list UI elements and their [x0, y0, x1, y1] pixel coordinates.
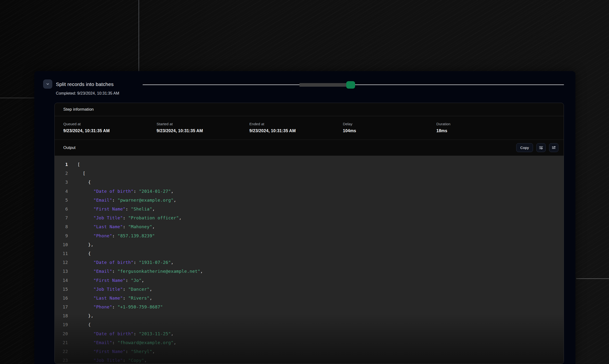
code-line: 12 "Date of birth": "1931-07-26",	[55, 258, 564, 267]
code-line: 3 {	[55, 178, 564, 187]
line-number: 1	[55, 162, 68, 167]
code-line: 17 "Phone": "+1-950-759-8687"	[55, 302, 564, 311]
line-number: 18	[55, 313, 68, 318]
code-line: 23 "Job Title": "Copy",	[55, 356, 564, 364]
line-number: 5	[55, 197, 68, 203]
code-line: 1[	[55, 160, 564, 169]
line-number: 10	[55, 242, 68, 247]
code-line-text: "First Name": "Jo",	[77, 278, 144, 283]
code-line: 10 },	[55, 240, 564, 249]
output-actions: Copy	[516, 143, 558, 152]
code-line: 4 "Date of birth": "2014-01-27",	[55, 187, 564, 196]
code-line: 20 "Date of birth": "2013-11-25",	[55, 329, 564, 338]
code-lines: 1[2 [3 {4 "Date of birth": "2014-01-27",…	[55, 160, 564, 364]
step-meta-field: Delay104ms	[343, 122, 436, 140]
line-number: 9	[55, 233, 68, 238]
line-number: 3	[55, 180, 68, 185]
line-number: 8	[55, 224, 68, 229]
output-title: Output	[63, 145, 76, 150]
code-line-text: "Last Name": "Rivers",	[77, 296, 152, 300]
code-line-text: "Job Title": "Probation officer",	[77, 215, 181, 220]
run-timeline-scrubber[interactable]	[143, 81, 564, 89]
code-line-text: },	[77, 313, 94, 318]
chevron-down-icon	[46, 82, 50, 86]
meta-label: Duration	[436, 122, 564, 126]
scrubber-handle[interactable]	[346, 81, 355, 89]
meta-label: Ended at	[249, 122, 343, 126]
line-number: 22	[55, 349, 68, 354]
background-horizontal-line-right	[576, 278, 609, 279]
code-line: 5 "Email": "pwarner@example.org",	[55, 196, 564, 205]
output-code-viewer[interactable]: 1[2 [3 {4 "Date of birth": "2014-01-27",…	[55, 156, 564, 364]
line-number: 21	[55, 340, 68, 345]
meta-value: 9/23/2024, 10:31:35 AM	[63, 128, 157, 133]
meta-label: Delay	[343, 122, 436, 126]
wrap-text-icon	[539, 145, 543, 150]
background-vertical-line	[138, 0, 139, 71]
meta-label: Queued at	[63, 122, 157, 126]
code-line-text: "Email": "fhoward@example.org",	[77, 340, 176, 345]
step-information-title: Step information	[63, 107, 94, 112]
meta-value: 104ms	[343, 128, 436, 133]
code-line: 15 "Job Title": "Dancer",	[55, 285, 564, 294]
meta-label: Started at	[157, 122, 249, 126]
line-number: 2	[55, 171, 68, 176]
code-line-text: "Job Title": "Copy",	[77, 358, 147, 363]
step-meta-field: Queued at9/23/2024, 10:31:35 AM	[63, 122, 157, 140]
code-line-text: [	[77, 162, 80, 167]
code-line-text: {	[77, 251, 91, 256]
step-run-header: Split records into batches Completed: 9/…	[34, 71, 575, 103]
step-information-header: Step information	[55, 103, 564, 116]
code-line-text: [	[77, 171, 85, 176]
code-line-text: "Last Name": "Mahoney",	[77, 224, 155, 229]
collapse-step-button[interactable]	[43, 79, 52, 89]
line-number: 23	[55, 358, 68, 363]
line-number: 19	[55, 322, 68, 327]
copy-button[interactable]: Copy	[516, 143, 533, 152]
line-number: 11	[55, 251, 68, 256]
code-line: 7 "Job Title": "Probation officer",	[55, 213, 564, 222]
meta-value: 9/23/2024, 10:31:35 AM	[249, 128, 343, 133]
code-line: 13 "Email": "fergusonkatherine@example.n…	[55, 267, 564, 276]
code-line-text: "Email": "pwarner@example.org",	[77, 197, 176, 203]
line-number: 20	[55, 331, 68, 336]
step-run-details-panel: Split records into batches Completed: 9/…	[34, 71, 575, 364]
code-line-text: },	[77, 242, 94, 247]
step-title: Split records into batches	[56, 81, 114, 87]
code-line: 19 {	[55, 320, 564, 329]
step-meta-field: Ended at9/23/2024, 10:31:35 AM	[249, 122, 343, 140]
line-number: 17	[55, 304, 68, 309]
line-number: 6	[55, 207, 68, 211]
line-number: 14	[55, 278, 68, 283]
line-number: 12	[55, 260, 68, 265]
line-number: 7	[55, 215, 68, 220]
code-line-text: {	[77, 322, 91, 327]
code-line-text: "Job Title": "Dancer",	[77, 287, 152, 292]
code-line-text: {	[77, 180, 91, 185]
step-meta-field: Started at9/23/2024, 10:31:35 AM	[157, 122, 249, 140]
code-line: 9 "Phone": "857.139.8239"	[55, 231, 564, 240]
code-line-text: "Phone": "857.139.8239"	[77, 233, 155, 238]
step-information-card: Step information Queued at9/23/2024, 10:…	[55, 103, 564, 364]
wrap-text-button[interactable]	[536, 143, 546, 152]
code-line-text: "Date of birth": "1931-07-26",	[77, 260, 174, 265]
line-number: 16	[55, 296, 68, 300]
output-toolbar: Output Copy	[55, 140, 564, 156]
code-line: 21 "Email": "fhoward@example.org",	[55, 338, 564, 347]
code-line: 11 {	[55, 249, 564, 258]
code-line: 18 },	[55, 311, 564, 320]
code-line: 2 [	[55, 169, 564, 178]
code-line: 16 "Last Name": "Rivers",	[55, 294, 564, 302]
code-line-text: "Date of birth": "2013-11-25",	[77, 331, 174, 336]
code-line-text: "First Name": "Shelia",	[77, 207, 155, 211]
code-line: 14 "First Name": "Jo",	[55, 276, 564, 285]
scroll-to-top-button[interactable]	[549, 143, 558, 152]
scrubber-buffer-segment	[299, 83, 346, 87]
code-line-text: "Date of birth": "2014-01-27",	[77, 189, 174, 194]
line-number: 15	[55, 287, 68, 292]
line-number: 13	[55, 269, 68, 274]
scroll-to-top-icon	[552, 145, 556, 150]
code-line: 6 "First Name": "Shelia",	[55, 205, 564, 213]
step-meta-row: Queued at9/23/2024, 10:31:35 AMStarted a…	[55, 116, 564, 140]
code-line-text: "First Name": "Sheryl",	[77, 349, 155, 354]
